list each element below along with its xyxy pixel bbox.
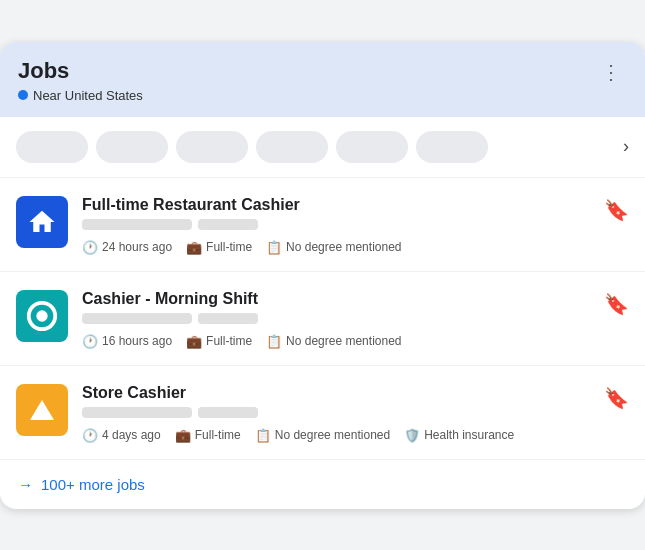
filter-pill-3[interactable]: [176, 131, 248, 163]
edu-icon-2: 📋: [266, 334, 282, 349]
meta-type-2: 💼 Full-time: [186, 334, 252, 349]
time-ago-2: 16 hours ago: [102, 334, 172, 348]
filter-scroll-right[interactable]: ›: [623, 136, 629, 157]
triangle-icon: [28, 396, 56, 424]
page-title: Jobs: [18, 58, 143, 84]
filter-pill-4[interactable]: [256, 131, 328, 163]
company-skeleton-1: [82, 219, 192, 230]
meta-time-2: 🕐 16 hours ago: [82, 334, 172, 349]
clock-icon-2: 🕐: [82, 334, 98, 349]
job-company-bar-2: [82, 313, 590, 324]
job-meta-1: 🕐 24 hours ago 💼 Full-time 📋 No degree m…: [82, 240, 590, 255]
filter-pill-5[interactable]: [336, 131, 408, 163]
job-item-2[interactable]: Cashier - Morning Shift 🕐 16 hours ago 💼…: [0, 272, 645, 366]
education-3: No degree mentioned: [275, 428, 390, 442]
job-content-1: Full-time Restaurant Cashier 🕐 24 hours …: [82, 196, 590, 255]
job-type-2: Full-time: [206, 334, 252, 348]
more-jobs-link[interactable]: → 100+ more jobs: [0, 460, 645, 509]
job-meta-2: 🕐 16 hours ago 💼 Full-time 📋 No degree m…: [82, 334, 590, 349]
job-meta-3: 🕐 4 days ago 💼 Full-time 📋 No degree men…: [82, 428, 590, 443]
shield-icon-3: 🛡️: [404, 428, 420, 443]
job-title-2: Cashier - Morning Shift: [82, 290, 590, 308]
briefcase-icon-3: 💼: [175, 428, 191, 443]
job-company-bar-3: [82, 407, 590, 418]
jobs-card: Jobs Near United States ⋮ ›: [0, 42, 645, 509]
time-ago-3: 4 days ago: [102, 428, 161, 442]
company-skeleton-2b: [198, 313, 258, 324]
edu-icon-1: 📋: [266, 240, 282, 255]
meta-edu-1: 📋 No degree mentioned: [266, 240, 401, 255]
more-jobs-label: 100+ more jobs: [41, 476, 145, 493]
ring-icon: [25, 299, 59, 333]
time-ago-1: 24 hours ago: [102, 240, 172, 254]
job-logo-2: [16, 290, 68, 342]
filter-pill-1[interactable]: [16, 131, 88, 163]
filter-pill-2[interactable]: [96, 131, 168, 163]
meta-edu-3: 📋 No degree mentioned: [255, 428, 390, 443]
job-content-2: Cashier - Morning Shift 🕐 16 hours ago 💼…: [82, 290, 590, 349]
svg-point-1: [36, 310, 47, 321]
job-title-3: Store Cashier: [82, 384, 590, 402]
briefcase-icon-1: 💼: [186, 240, 202, 255]
meta-type-3: 💼 Full-time: [175, 428, 241, 443]
meta-type-1: 💼 Full-time: [186, 240, 252, 255]
meta-benefit-3: 🛡️ Health insurance: [404, 428, 514, 443]
house-icon: [27, 207, 57, 237]
clock-icon-3: 🕐: [82, 428, 98, 443]
bookmark-button-1[interactable]: 🔖: [604, 198, 629, 222]
job-title-1: Full-time Restaurant Cashier: [82, 196, 590, 214]
meta-edu-2: 📋 No degree mentioned: [266, 334, 401, 349]
bookmark-button-3[interactable]: 🔖: [604, 386, 629, 410]
job-type-3: Full-time: [195, 428, 241, 442]
job-item-1[interactable]: Full-time Restaurant Cashier 🕐 24 hours …: [0, 178, 645, 272]
header-left: Jobs Near United States: [18, 58, 143, 103]
filter-bar: ›: [0, 117, 645, 178]
clock-icon-1: 🕐: [82, 240, 98, 255]
company-skeleton-3: [82, 407, 192, 418]
briefcase-icon-2: 💼: [186, 334, 202, 349]
company-skeleton-2: [82, 313, 192, 324]
header: Jobs Near United States ⋮: [0, 42, 645, 117]
filter-pills: [16, 131, 615, 163]
svg-marker-2: [30, 400, 54, 420]
company-skeleton-3b: [198, 407, 258, 418]
benefit-3: Health insurance: [424, 428, 514, 442]
job-logo-1: [16, 196, 68, 248]
job-logo-3: [16, 384, 68, 436]
company-skeleton-1b: [198, 219, 258, 230]
meta-time-3: 🕐 4 days ago: [82, 428, 161, 443]
job-type-1: Full-time: [206, 240, 252, 254]
job-company-bar-1: [82, 219, 590, 230]
job-list: Full-time Restaurant Cashier 🕐 24 hours …: [0, 178, 645, 460]
more-jobs-arrow: →: [18, 476, 33, 493]
bookmark-button-2[interactable]: 🔖: [604, 292, 629, 316]
location-dot-icon: [18, 90, 28, 100]
job-item-3[interactable]: Store Cashier 🕐 4 days ago 💼 Full-time: [0, 366, 645, 460]
job-content-3: Store Cashier 🕐 4 days ago 💼 Full-time: [82, 384, 590, 443]
location-label: Near United States: [18, 88, 143, 103]
location-text: Near United States: [33, 88, 143, 103]
meta-time-1: 🕐 24 hours ago: [82, 240, 172, 255]
education-1: No degree mentioned: [286, 240, 401, 254]
edu-icon-3: 📋: [255, 428, 271, 443]
menu-button[interactable]: ⋮: [595, 58, 627, 86]
filter-pill-6[interactable]: [416, 131, 488, 163]
education-2: No degree mentioned: [286, 334, 401, 348]
